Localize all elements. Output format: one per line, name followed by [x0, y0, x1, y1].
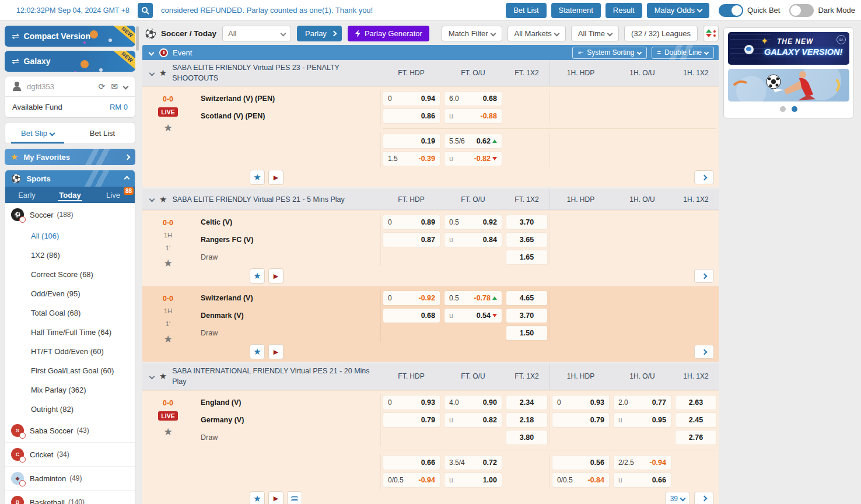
expand-match-button[interactable]: [694, 170, 714, 184]
compact-version-button[interactable]: ⇌ Compact Version NEW: [5, 26, 135, 47]
odds-cell[interactable]: 0.19: [383, 134, 440, 148]
galaxy-version-banner[interactable]: ✦ THE NEW GALAXY VERSION! SA: [728, 32, 849, 65]
tab-early[interactable]: Early: [5, 187, 48, 203]
odds-cell[interactable]: 00.94: [383, 92, 440, 106]
odds-cell[interactable]: 0.79: [552, 413, 609, 427]
quick-bet-toggle[interactable]: [719, 4, 743, 17]
odds-cell[interactable]: 0.50.92: [444, 215, 502, 229]
odds-cell[interactable]: 4.65: [506, 291, 547, 305]
leagues-count-button[interactable]: (32 / 32) Leagues: [624, 26, 698, 41]
galaxy-button[interactable]: ⇌ Galaxy NEW: [5, 51, 135, 72]
league-star-icon[interactable]: ★: [159, 194, 167, 205]
mail-icon[interactable]: ✉: [111, 82, 118, 91]
odds-cell[interactable]: 0.87: [383, 233, 440, 247]
sidebar-item-saba-soccer[interactable]: SSaba Soccer(43): [5, 419, 135, 442]
odds-cell[interactable]: 5.5/60.62: [444, 134, 502, 148]
odds-cell[interactable]: 2.00.77: [614, 396, 671, 410]
odds-cell[interactable]: u0.82: [444, 413, 502, 427]
odds-cell[interactable]: 2.63: [676, 396, 716, 410]
play-button[interactable]: ▶: [268, 268, 284, 284]
odds-cell[interactable]: u1.00: [444, 473, 502, 487]
odds-cell[interactable]: 2.76: [676, 430, 716, 444]
chevron-down-icon[interactable]: [149, 50, 155, 55]
odds-cell[interactable]: 3.70: [506, 215, 547, 229]
sidebar-item-ht-ft-odd-even[interactable]: HT/FT Odd/Even (60): [5, 342, 135, 361]
odds-cell[interactable]: 6.00.68: [444, 92, 502, 106]
result-button[interactable]: Result: [606, 3, 642, 18]
odds-cell[interactable]: 3.70: [506, 309, 547, 323]
odds-cell[interactable]: 00.89: [383, 215, 440, 229]
odds-cell[interactable]: 0.68: [383, 309, 440, 323]
odds-cell[interactable]: u-0.82: [444, 152, 502, 166]
double-line-dropdown[interactable]: = Double Line: [652, 47, 715, 59]
league-star-icon[interactable]: ★: [159, 371, 167, 382]
my-favorites-button[interactable]: ★ My Favorites: [5, 149, 135, 165]
play-button[interactable]: ▶: [268, 491, 284, 504]
favorite-button[interactable]: ★: [250, 170, 265, 185]
odds-cell[interactable]: u0.84: [444, 233, 502, 247]
sidebar-item-basketball[interactable]: BBasketball(140): [5, 490, 135, 504]
odds-cell[interactable]: 1.50: [506, 326, 547, 340]
odds-cell[interactable]: 0.66: [383, 456, 440, 470]
odds-cell[interactable]: 0-0.92: [383, 291, 440, 305]
odds-cell[interactable]: u0.54: [444, 309, 502, 323]
sidebar-item-first-goal-last-goal[interactable]: First Goal/Last Goal (60): [5, 361, 135, 380]
chevron-down-icon[interactable]: [149, 197, 155, 202]
sidebar-item-half-time-full-time[interactable]: Half Time/Full Time (64): [5, 323, 135, 342]
favorite-button[interactable]: ★: [250, 268, 265, 284]
parlay-generator-button[interactable]: Parlay Generator: [348, 26, 429, 41]
odds-cell[interactable]: u0.66: [614, 473, 671, 487]
expand-match-button[interactable]: [694, 492, 714, 504]
odds-cell[interactable]: 3.5/40.72: [444, 456, 502, 470]
play-button[interactable]: ▶: [268, 170, 284, 185]
sidebar-item-all[interactable]: All (106): [5, 226, 135, 246]
match-filter-dropdown[interactable]: Match Filter: [442, 26, 502, 41]
sidebar-item-mix-parlay[interactable]: Mix Parlay (362): [5, 380, 135, 400]
tab-today[interactable]: Today: [48, 187, 92, 203]
sidebar-item-total-goal[interactable]: Total Goal (68): [5, 303, 135, 323]
odds-cell[interactable]: 2.45: [676, 413, 716, 427]
odds-cell[interactable]: 00.93: [552, 396, 609, 410]
sidebar-item-1x2[interactable]: 1X2 (86): [5, 246, 135, 265]
odds-cell[interactable]: 3.80: [506, 430, 547, 444]
carousel-dot-2[interactable]: [792, 106, 797, 112]
parlay-button[interactable]: Parlay: [297, 26, 342, 41]
odds-cell[interactable]: 1.5-0.39: [383, 152, 440, 166]
chevron-down-icon[interactable]: [123, 83, 129, 89]
favorite-button[interactable]: ★: [250, 491, 265, 504]
odds-cell[interactable]: 2.34: [506, 396, 547, 410]
odds-cell[interactable]: u-0.88: [444, 109, 502, 123]
sidebar-item-outright[interactable]: Outright (82): [5, 400, 135, 419]
favorite-star-icon[interactable]: ★: [163, 257, 172, 270]
statement-button[interactable]: Statement: [551, 3, 601, 18]
odds-cell[interactable]: 1.65: [506, 250, 547, 264]
odds-cell[interactable]: u0.95: [614, 413, 671, 427]
tab-live[interactable]: Live88: [92, 187, 135, 203]
favorite-button[interactable]: ★: [250, 344, 265, 359]
refresh-icon[interactable]: ⟳: [99, 82, 106, 91]
sidebar-item-odd-even[interactable]: Odd/Even (95): [5, 284, 135, 303]
markets-count-dropdown[interactable]: 39: [665, 492, 690, 504]
odds-cell[interactable]: 0.79: [383, 413, 440, 427]
chevron-down-icon[interactable]: [149, 70, 155, 76]
odds-cell[interactable]: 0/0.5-0.84: [552, 473, 609, 487]
odds-cell[interactable]: 0.56: [552, 456, 609, 470]
play-button[interactable]: ▶: [268, 344, 284, 359]
search-button[interactable]: [138, 3, 153, 18]
all-markets-dropdown[interactable]: All Markets: [508, 26, 566, 41]
odds-cell[interactable]: 2/2.5-0.94: [614, 456, 671, 470]
tab-bet-list[interactable]: Bet List: [70, 123, 135, 144]
odds-cell[interactable]: 0.86: [383, 109, 440, 123]
odds-cell[interactable]: 3.65: [506, 233, 547, 247]
all-time-dropdown[interactable]: All Time: [571, 26, 619, 41]
league-star-icon[interactable]: ★: [159, 68, 167, 78]
favorite-star-icon[interactable]: ★: [163, 122, 172, 134]
scrollbar-thumb[interactable]: [136, 26, 139, 51]
sidebar-item-correct-score[interactable]: Correct Score (68): [5, 265, 135, 284]
carousel-dot-1[interactable]: [780, 106, 786, 112]
favorite-star-icon[interactable]: ★: [163, 333, 172, 345]
soccer-promo-banner[interactable]: [728, 69, 849, 102]
odds-cell[interactable]: 0/0.5-0.94: [383, 473, 440, 487]
expand-match-button[interactable]: [694, 269, 714, 283]
tab-bet-slip[interactable]: Bet Slip: [5, 123, 70, 144]
